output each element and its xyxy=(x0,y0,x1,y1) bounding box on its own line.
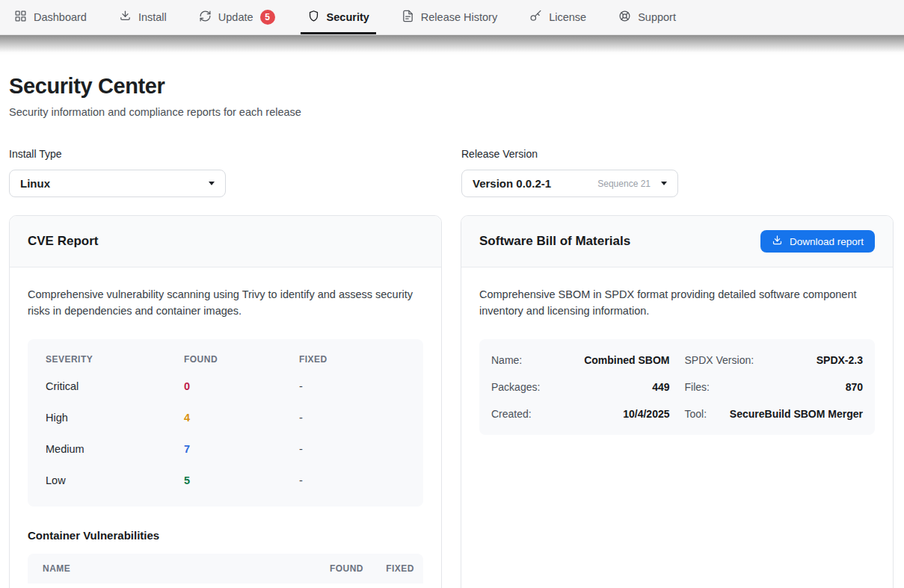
cve-report-title: CVE Report xyxy=(28,234,98,249)
severity-label: Medium xyxy=(46,443,184,455)
install-type-filter: Install Type Linux xyxy=(9,148,441,197)
detail-label: Created: xyxy=(491,408,532,420)
fixed-count: - xyxy=(299,412,405,424)
release-version-label: Release Version xyxy=(461,148,894,160)
table-row-low: Low 5 - xyxy=(46,465,405,496)
download-report-button[interactable]: Download report xyxy=(760,230,875,253)
top-navbar: Dashboard Install Update 5 Security Rele… xyxy=(0,0,904,35)
detail-files: Files: 870 xyxy=(685,374,864,400)
update-count-badge: 5 xyxy=(260,10,275,25)
security-center-page: Security Center Security information and… xyxy=(0,74,904,588)
release-version-value: Version 0.0.2-1 xyxy=(473,177,597,190)
nav-item-label: Dashboard xyxy=(34,11,87,23)
severity-table-header: SEVERITY FOUND FIXED xyxy=(46,345,405,371)
column-header-fixed: FIXED xyxy=(363,563,417,574)
container-vulnerabilities-title: Container Vulnerabilities xyxy=(28,529,423,542)
install-type-value: Linux xyxy=(20,177,203,190)
detail-value: Combined SBOM xyxy=(584,354,669,366)
severity-label: Low xyxy=(46,474,184,486)
support-lifebuoy-icon xyxy=(618,10,631,25)
nav-item-label: Install xyxy=(138,11,167,23)
filters-row: Install Type Linux Release Version Versi… xyxy=(9,148,894,197)
sbom-description: Comprehensive SBOM in SPDX format provid… xyxy=(479,287,875,320)
install-icon xyxy=(119,10,132,25)
nav-item-support[interactable]: Support xyxy=(612,0,683,34)
cve-report-card: CVE Report Comprehensive vulnerability s… xyxy=(9,215,442,588)
dashboard-icon xyxy=(14,10,27,25)
detail-value: SPDX-2.3 xyxy=(817,354,863,366)
column-header-severity: SEVERITY xyxy=(46,354,184,365)
nav-item-label: Support xyxy=(638,11,676,23)
download-icon xyxy=(772,235,783,248)
found-count: 4 xyxy=(184,412,299,424)
sbom-card: Software Bill of Materials Download repo… xyxy=(461,215,894,588)
nav-item-license[interactable]: License xyxy=(523,0,593,34)
fixed-count: - xyxy=(299,443,405,455)
detail-name: Name: Combined SBOM xyxy=(491,347,670,374)
detail-created: Created: 10/4/2025 xyxy=(491,400,670,427)
page-subtitle: Security information and compliance repo… xyxy=(9,106,894,118)
severity-label: Critical xyxy=(46,380,184,392)
chevron-down-icon xyxy=(209,182,215,185)
nav-item-label: Release History xyxy=(421,11,497,23)
detail-spdx-version: SPDX Version: SPDX-2.3 xyxy=(685,347,864,374)
found-count: 5 xyxy=(184,474,299,486)
cards-row: CVE Report Comprehensive vulnerability s… xyxy=(9,215,894,588)
scroll-shadow xyxy=(0,35,904,55)
severity-table: SEVERITY FOUND FIXED Critical 0 - High 4… xyxy=(28,339,423,507)
download-report-label: Download report xyxy=(790,236,864,247)
cve-report-header: CVE Report xyxy=(10,216,441,267)
detail-value: 449 xyxy=(652,381,669,393)
security-shield-icon xyxy=(307,10,320,25)
severity-label: High xyxy=(46,412,184,424)
sbom-details-grid: Name: Combined SBOM SPDX Version: SPDX-2… xyxy=(479,339,875,435)
found-count: 7 xyxy=(184,443,299,455)
release-history-icon xyxy=(402,10,414,25)
detail-packages: Packages: 449 xyxy=(491,374,670,400)
fixed-count: - xyxy=(299,380,405,392)
column-header-fixed: FIXED xyxy=(299,354,405,365)
update-icon xyxy=(199,10,212,25)
cve-report-body: Comprehensive vulnerability scanning usi… xyxy=(10,267,441,588)
detail-label: Packages: xyxy=(491,381,540,393)
detail-value: 870 xyxy=(846,381,863,393)
cve-report-description: Comprehensive vulnerability scanning usi… xyxy=(28,287,423,320)
nav-item-release-history[interactable]: Release History xyxy=(395,0,504,34)
nav-item-label: License xyxy=(549,11,586,23)
detail-label: Tool: xyxy=(685,408,707,420)
license-key-icon xyxy=(529,10,542,25)
sbom-body: Comprehensive SBOM in SPDX format provid… xyxy=(461,267,893,454)
page-title: Security Center xyxy=(9,74,894,99)
detail-tool: Tool: SecureBuild SBOM Merger xyxy=(685,400,864,427)
table-row-medium: Medium 7 - xyxy=(46,433,405,465)
nav-item-install[interactable]: Install xyxy=(112,0,173,34)
detail-value: 10/4/2025 xyxy=(623,408,669,420)
column-header-found: FOUND xyxy=(304,563,363,574)
sbom-title: Software Bill of Materials xyxy=(479,234,630,249)
detail-value: SecureBuild SBOM Merger xyxy=(730,408,863,420)
chevron-down-icon xyxy=(661,182,667,185)
fixed-count: - xyxy=(299,474,405,486)
found-count: 0 xyxy=(184,380,299,392)
column-header-name: NAME xyxy=(43,563,304,574)
install-type-label: Install Type xyxy=(9,148,441,160)
nav-item-dashboard[interactable]: Dashboard xyxy=(7,0,93,34)
release-version-filter: Release Version Version 0.0.2-1 Sequence… xyxy=(461,148,894,197)
nav-item-update[interactable]: Update 5 xyxy=(192,0,282,34)
table-row-high: High 4 - xyxy=(46,402,405,433)
nav-item-label: Security xyxy=(327,11,369,23)
column-header-found: FOUND xyxy=(184,354,299,365)
nav-item-security[interactable]: Security xyxy=(301,0,376,34)
container-vulnerabilities-table-header: NAME FOUND FIXED xyxy=(28,554,423,584)
nav-item-label: Update xyxy=(218,11,253,23)
table-row-critical: Critical 0 - xyxy=(46,371,405,402)
release-sequence-label: Sequence 21 xyxy=(597,179,651,189)
sbom-header: Software Bill of Materials Download repo… xyxy=(461,216,893,267)
detail-label: Name: xyxy=(491,354,522,366)
install-type-select[interactable]: Linux xyxy=(9,170,226,197)
release-version-select[interactable]: Version 0.0.2-1 Sequence 21 xyxy=(461,170,678,197)
detail-label: SPDX Version: xyxy=(685,354,754,366)
detail-label: Files: xyxy=(685,381,710,393)
